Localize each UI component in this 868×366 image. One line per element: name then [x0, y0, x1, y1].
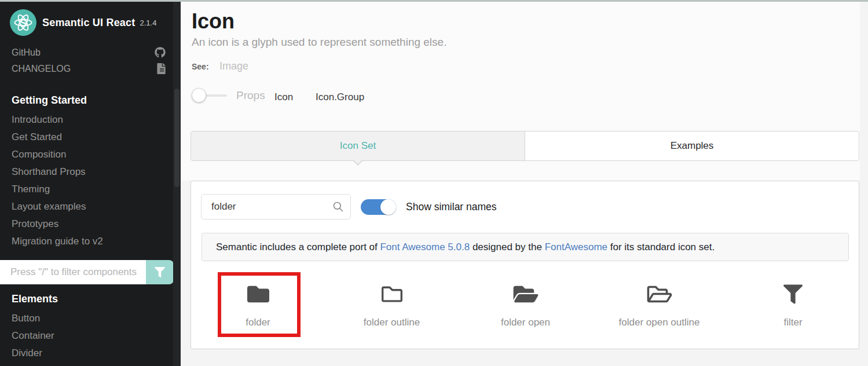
message-text: Semantic includes a complete port of [216, 241, 380, 252]
tab-examples[interactable]: Examples [525, 131, 859, 160]
github-label: GitHub [12, 47, 41, 58]
icon-result-folder-outline[interactable]: folder outline [325, 274, 459, 328]
font-awesome-link[interactable]: FontAwesome [545, 241, 607, 252]
see-label: See: [192, 62, 209, 71]
icon-result-label: filter [783, 317, 802, 328]
brand-version: 2.1.4 [140, 19, 156, 27]
icon-result-label: folder open outline [619, 317, 700, 328]
github-icon [155, 47, 166, 58]
getting-started-list: Introduction Get Started Composition Sho… [12, 111, 169, 250]
font-awesome-message: Semantic includes a complete port of Fon… [202, 233, 849, 261]
icon-result-folder-open-outline[interactable]: folder open outline [592, 274, 726, 328]
folder-outline-icon [382, 284, 402, 305]
sidebar-scrollbar[interactable] [173, 2, 181, 366]
message-text-mid: designed by the [470, 241, 544, 252]
icon-result-filter[interactable]: filter [726, 274, 860, 328]
semantic-ui-logo: S [10, 9, 36, 36]
tab-examples-label: Examples [671, 140, 714, 152]
tab-icon-set-label: Icon Set [340, 140, 376, 152]
svg-text:S: S [20, 17, 27, 29]
funnel-icon [155, 267, 165, 277]
highlight-annotation-box [218, 272, 301, 337]
sidebar-item-divider[interactable]: Divider [12, 345, 169, 362]
search-icon [332, 201, 344, 213]
sidebar-scrollbar-thumb[interactable] [174, 89, 180, 187]
filter-components-input[interactable] [0, 260, 146, 284]
page-title: Icon [192, 9, 235, 34]
sidebar-item-layout-examples[interactable]: Layout examples [12, 198, 169, 215]
brand-title: Semantic UI React [42, 17, 135, 29]
props-row: Props [192, 86, 265, 105]
sidebar-item-theming[interactable]: Theming [12, 181, 169, 198]
section-heading-getting-started: Getting Started [12, 94, 87, 107]
folder-open-icon [513, 283, 539, 305]
show-similar-toggle[interactable] [361, 199, 396, 215]
tab-pane-background: Show similar names Semantic includes a c… [181, 181, 868, 366]
tab-icon-set[interactable]: Icon Set [191, 131, 525, 160]
sidebar-item-github[interactable]: GitHub [12, 47, 166, 58]
file-icon [157, 63, 166, 74]
filter-icon [783, 283, 803, 305]
main-content: Icon An icon is a glyph used to represen… [181, 2, 868, 366]
top-accent-line [0, 0, 868, 2]
props-toggle-knob [192, 88, 206, 103]
show-similar-toggle-knob [380, 199, 396, 215]
tab-menu: Icon Set Examples [191, 131, 859, 161]
props-toggle[interactable] [192, 88, 227, 103]
submenu-icon[interactable]: Icon [274, 92, 293, 103]
sidebar-item-shorthand-props[interactable]: Shorthand Props [12, 163, 169, 181]
sidebar: S Semantic UI React 2.1.4 GitHub CHANGEL… [0, 2, 181, 366]
elements-list: Button Container Divider [12, 310, 169, 362]
page-subtitle: An icon is a glyph used to represent som… [192, 36, 446, 49]
component-filter [0, 260, 174, 284]
show-similar-label: Show similar names [406, 201, 497, 213]
props-label: Props [236, 89, 265, 102]
sidebar-item-migration-guide[interactable]: Migration guide to v2 [12, 233, 169, 250]
icon-search-wrap [201, 194, 351, 219]
submenu-icon-group[interactable]: Icon.Group [316, 92, 364, 103]
section-heading-elements: Elements [12, 293, 58, 305]
icon-result-folder-open[interactable]: folder open [459, 274, 592, 328]
sidebar-item-changelog[interactable]: CHANGELOG [12, 63, 166, 74]
sidebar-item-prototypes[interactable]: Prototypes [12, 215, 169, 233]
brand[interactable]: S Semantic UI React 2.1.4 [10, 9, 156, 36]
icon-result-label: folder open [501, 317, 550, 328]
sidebar-item-get-started[interactable]: Get Started [12, 129, 169, 146]
sidebar-item-composition[interactable]: Composition [12, 146, 169, 163]
message-text-post: for its standard icon set. [607, 241, 715, 252]
sidebar-item-container[interactable]: Container [12, 327, 169, 345]
folder-open-outline-icon [647, 283, 672, 305]
see-row: See: Image [192, 60, 248, 72]
sidebar-item-button[interactable]: Button [12, 310, 169, 327]
see-link-image[interactable]: Image [219, 60, 248, 72]
icon-search-input[interactable] [201, 194, 351, 219]
font-awesome-version-link[interactable]: Font Awesome 5.0.8 [380, 241, 470, 252]
icon-result-label: folder outline [364, 317, 420, 328]
filter-button[interactable] [146, 260, 174, 284]
changelog-label: CHANGELOG [12, 64, 71, 74]
sidebar-item-introduction[interactable]: Introduction [12, 111, 169, 129]
